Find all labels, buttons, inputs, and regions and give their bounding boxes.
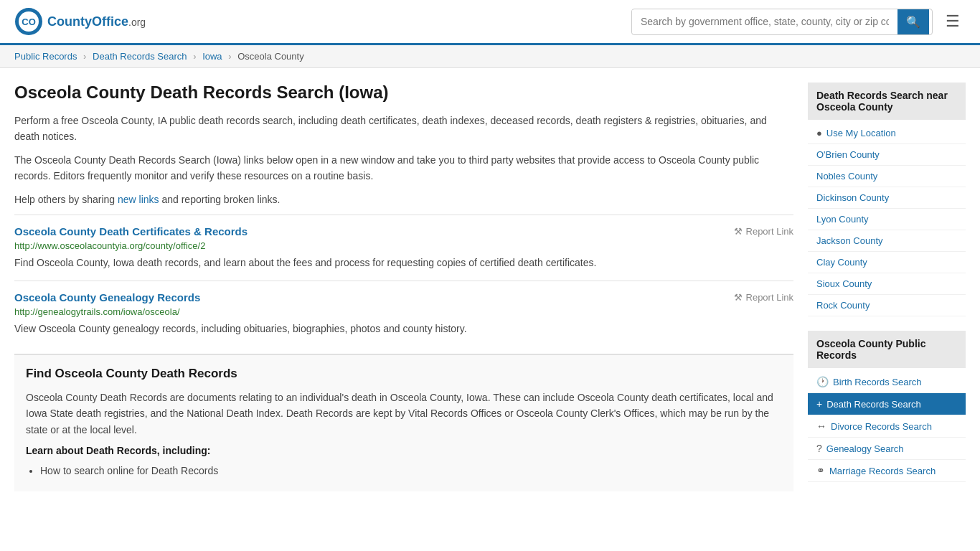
breadcrumb: Public Records › Death Records Search › … [0, 45, 980, 68]
public-records-section: Osceola County Public Records 🕐 Birth Re… [808, 331, 966, 482]
divorce-records-link[interactable]: Divorce Records Search [831, 421, 932, 432]
resource-2-desc: View Osceola County genealogy records, i… [14, 321, 793, 336]
nearby-county-link-5[interactable]: Clay County [816, 257, 867, 268]
sidebar-death-records[interactable]: + Death Records Search [808, 393, 966, 415]
find-text: Osceola County Death Records are documen… [26, 390, 782, 438]
resource-1: Osceola County Death Certificates & Reco… [14, 215, 793, 281]
find-title: Find Osceola County Death Records [26, 367, 782, 381]
resource-2-url: http://genealogytrails.com/iowa/osceola/ [14, 306, 793, 317]
nearby-county-0[interactable]: O'Brien County [808, 144, 966, 166]
resource-1-desc: Find Osceola County, Iowa death records,… [14, 255, 793, 270]
breadcrumb-sep-3: › [228, 51, 231, 62]
breadcrumb-death-records[interactable]: Death Records Search [93, 51, 187, 62]
intro-paragraph-2: The Osceola County Death Records Search … [14, 152, 793, 184]
death-icon: + [816, 398, 822, 410]
nearby-county-link-6[interactable]: Sioux County [816, 278, 872, 289]
nearby-county-1[interactable]: Nobles County [808, 166, 966, 187]
nearby-county-link-7[interactable]: Rock County [816, 300, 870, 311]
location-icon: ● [816, 128, 822, 138]
intro-paragraph-1: Perform a free Osceola County, IA public… [14, 113, 793, 145]
menu-button[interactable]: ☰ [940, 9, 966, 34]
birth-icon: 🕐 [816, 376, 829, 387]
breadcrumb-current: Osceola County [237, 51, 304, 62]
find-section: Find Osceola County Death Records Osceol… [14, 354, 793, 491]
sidebar-divorce-records[interactable]: ↔ Divorce Records Search [808, 415, 966, 438]
search-bar: 🔍 [631, 9, 933, 35]
nearby-heading: Death Records Search near Osceola County [808, 83, 966, 120]
nearby-county-6[interactable]: Sioux County [808, 273, 966, 295]
logo-icon: CO [14, 7, 43, 36]
divorce-icon: ↔ [816, 420, 826, 432]
birth-records-link[interactable]: Birth Records Search [833, 377, 922, 387]
nearby-county-link-4[interactable]: Jackson County [816, 235, 883, 246]
new-links-link[interactable]: new links [118, 194, 159, 205]
report-link-button-1[interactable]: ⚒ Report Link [734, 226, 793, 237]
header-controls: 🔍 ☰ [631, 9, 966, 35]
flag-icon-1: ⚒ [734, 226, 743, 237]
marriage-records-link[interactable]: Marriage Records Search [829, 466, 936, 476]
resource-1-title[interactable]: Osceola County Death Certificates & Reco… [14, 225, 248, 237]
sidebar-marriage-records[interactable]: ⚭ Marriage Records Search [808, 460, 966, 482]
svg-text:CO: CO [22, 17, 36, 27]
resource-1-url: http://www.osceolacountyia.org/county/of… [14, 240, 793, 251]
report-link-button-2[interactable]: ⚒ Report Link [734, 292, 793, 303]
main-container: Osceola County Death Records Search (Iow… [0, 68, 980, 511]
nearby-section: Death Records Search near Osceola County… [808, 83, 966, 316]
death-records-link[interactable]: Death Records Search [826, 399, 921, 410]
search-icon: 🔍 [906, 16, 920, 28]
flag-icon-2: ⚒ [734, 292, 743, 303]
nearby-county-2[interactable]: Dickinson County [808, 187, 966, 209]
site-header: CO CountyOffice.org 🔍 ☰ [0, 0, 980, 45]
resource-2-title[interactable]: Osceola County Genealogy Records [14, 291, 200, 303]
sidebar-genealogy[interactable]: ? Genealogy Search [808, 438, 966, 460]
hamburger-icon: ☰ [946, 12, 960, 30]
nearby-county-7[interactable]: Rock County [808, 295, 966, 316]
search-input[interactable] [632, 10, 897, 33]
breadcrumb-iowa[interactable]: Iowa [202, 51, 222, 62]
breadcrumb-sep-1: › [83, 51, 86, 62]
logo-text: CountyOffice.org [47, 14, 146, 29]
resource-1-header: Osceola County Death Certificates & Reco… [14, 225, 793, 237]
logo[interactable]: CO CountyOffice.org [14, 7, 146, 36]
resource-2-header: Osceola County Genealogy Records ⚒ Repor… [14, 291, 793, 303]
page-title: Osceola County Death Records Search (Iow… [14, 83, 793, 103]
public-records-heading: Osceola County Public Records [808, 331, 966, 368]
search-button[interactable]: 🔍 [897, 9, 929, 34]
nearby-county-link-1[interactable]: Nobles County [816, 171, 877, 182]
sidebar-birth-records[interactable]: 🕐 Birth Records Search [808, 371, 966, 393]
find-list: How to search online for Death Records [26, 462, 782, 480]
breadcrumb-sep-2: › [193, 51, 196, 62]
use-my-location[interactable]: ● Use My Location [808, 123, 966, 144]
use-my-location-link[interactable]: Use My Location [826, 128, 896, 138]
genealogy-link[interactable]: Genealogy Search [826, 443, 904, 454]
nearby-county-4[interactable]: Jackson County [808, 230, 966, 252]
nearby-county-link-3[interactable]: Lyon County [816, 214, 869, 225]
genealogy-icon: ? [816, 443, 822, 454]
marriage-icon: ⚭ [816, 465, 825, 476]
resource-2: Osceola County Genealogy Records ⚒ Repor… [14, 281, 793, 347]
content-area: Osceola County Death Records Search (Iow… [14, 83, 793, 496]
breadcrumb-public-records[interactable]: Public Records [14, 51, 77, 62]
learn-subheading: Learn about Death Records, including: [26, 445, 782, 456]
nearby-county-3[interactable]: Lyon County [808, 209, 966, 230]
sidebar: Death Records Search near Osceola County… [808, 83, 966, 496]
find-list-item-1: How to search online for Death Records [40, 462, 782, 480]
nearby-county-link-2[interactable]: Dickinson County [816, 192, 889, 203]
nearby-county-5[interactable]: Clay County [808, 252, 966, 273]
nearby-county-link-0[interactable]: O'Brien County [816, 149, 880, 160]
intro-paragraph-3: Help others by sharing new links and rep… [14, 192, 793, 207]
